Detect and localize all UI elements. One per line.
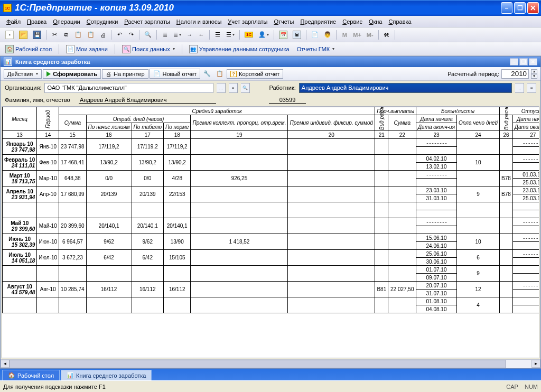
menu-item[interactable]: Налоги и взносы	[173, 17, 225, 26]
console-icon[interactable]: 🛠	[381, 30, 392, 40]
menu-item[interactable]: Сотрудники	[83, 17, 122, 26]
report-tool1-icon[interactable]: 🔧	[201, 69, 213, 79]
menu-item[interactable]: Справка	[386, 17, 415, 26]
form-button[interactable]: Сформировать	[43, 69, 101, 79]
report-grid[interactable]: МесяцПериодСредний заработокПроч.выплаты…	[2, 106, 539, 358]
inner-close-button[interactable]: ✕	[529, 58, 537, 66]
app-icon: 1C	[3, 4, 12, 12]
calendar-icon[interactable]: 📅	[277, 30, 290, 40]
open-icon[interactable]: 📂	[17, 30, 30, 40]
reports-link[interactable]: Отчеты ГМК	[295, 45, 337, 53]
scroll-thumb[interactable]	[10, 360, 506, 368]
org-label: Организация:	[5, 85, 41, 91]
menu-item[interactable]: Сервис	[339, 17, 366, 26]
paste-icon[interactable]: 📋	[72, 30, 84, 40]
actions-button[interactable]: Действия	[4, 69, 42, 79]
report-tool2-icon[interactable]: 📋	[214, 69, 226, 79]
fio-value: Андреев Андрей Владимирович	[79, 97, 216, 104]
menu-item[interactable]: Расчет зарплаты	[121, 17, 173, 26]
copy-icon[interactable]: ⧉	[61, 30, 71, 40]
menu-item[interactable]: Окна	[366, 17, 386, 26]
menu-item[interactable]: Отчеты	[270, 17, 297, 26]
minimize-button[interactable]: –	[501, 2, 512, 14]
tab-report[interactable]: 📊Книга среднего заработка	[61, 370, 152, 380]
cut-icon[interactable]: ✂	[49, 30, 60, 40]
print-icon[interactable]: 🖨	[98, 30, 108, 40]
paste-ext-icon[interactable]: 📋	[85, 30, 97, 40]
inner-restore-button[interactable]: ❐	[519, 58, 528, 66]
search-link[interactable]: 🔍Поиск данных	[120, 44, 177, 54]
tab-desktop[interactable]: 🏠Рабочий стол	[2, 370, 60, 380]
1c-icon[interactable]: 1C	[242, 30, 255, 40]
org-clear-button[interactable]: ×	[229, 83, 238, 93]
redo-icon[interactable]: ↷	[126, 30, 136, 40]
org-open-button[interactable]: 🔍	[241, 83, 250, 93]
save-icon[interactable]: 💾	[31, 30, 43, 40]
menu-item[interactable]: Предприятие	[297, 17, 339, 26]
desktop-link[interactable]: 🏠Рабочий стол	[3, 44, 54, 54]
mplus-token[interactable]: M+	[351, 30, 363, 40]
m-token[interactable]: M	[339, 30, 350, 40]
prop-drop-icon[interactable]: ☰	[224, 30, 237, 40]
list-icon[interactable]: ≣	[160, 30, 170, 40]
mminus-token[interactable]: M-	[365, 30, 376, 40]
statusbar: Для получения подсказки нажмите F1 CAP N…	[0, 380, 541, 392]
find-icon[interactable]: 🔍	[142, 30, 154, 40]
user-icon[interactable]: 👤	[256, 30, 271, 40]
period-up-button[interactable]: ▲	[531, 69, 537, 74]
main-menu: ФайлПравкаОперацииСотрудникиРасчет зарпл…	[0, 16, 541, 27]
close-button[interactable]: ✕	[527, 2, 539, 14]
inner-min-button[interactable]: –	[510, 58, 518, 66]
undo-icon[interactable]: ↶	[114, 30, 125, 40]
filter-row: Организация: … × 🔍 Работник: Андреев Анд…	[1, 81, 540, 95]
worker-pick-button[interactable]: …	[515, 83, 524, 93]
worker-clear-button[interactable]: ×	[527, 83, 536, 93]
nav-toolbar: 🏠Рабочий стол 📄Мои задачи 🔍Поиск данных …	[0, 42, 541, 56]
back-icon[interactable]: ←	[196, 30, 207, 40]
period-label: Расчетный период:	[447, 71, 499, 77]
play-icon	[46, 71, 51, 77]
maximize-button[interactable]: ☐	[514, 2, 526, 14]
horizontal-scrollbar[interactable]: ◄ ►	[1, 359, 540, 368]
scroll-left-button[interactable]: ◄	[1, 360, 10, 368]
report-toolbar: Действия Сформировать 🖨На принтер 📄Новый…	[1, 67, 540, 81]
new-doc-icon[interactable]: ▫	[3, 30, 16, 40]
sheet-icon[interactable]: 📄	[309, 30, 321, 40]
menu-item[interactable]: Файл	[3, 17, 24, 26]
report-window: 📊 Книга среднего заработка – ❐ ✕ Действи…	[0, 56, 541, 369]
menu-item[interactable]: Операции	[50, 17, 83, 26]
tasks-link[interactable]: 📄Мои задачи	[64, 44, 110, 54]
mgmt-link[interactable]: 👥Управление данными сотрудника	[187, 44, 292, 54]
status-hint: Для получения подсказки нажмите F1	[3, 384, 106, 390]
taskbar-tabs: 🏠Рабочий стол 📊Книга среднего заработка	[0, 369, 541, 380]
scroll-right-button[interactable]: ►	[531, 360, 540, 368]
menu-item[interactable]: Учет зарплаты	[225, 17, 270, 26]
worker-input[interactable]: Андреев Андрей Владимирович	[299, 83, 512, 93]
report-title: Книга среднего заработка	[15, 59, 90, 65]
period-input[interactable]	[501, 69, 529, 79]
menu-item[interactable]: Правка	[24, 17, 50, 26]
status-num: NUM	[525, 384, 538, 390]
goto-icon[interactable]: →	[184, 30, 195, 40]
main-toolbar: ▫ 📂 💾 ✂ ⧉ 📋 📋 🖨 ↶ ↷ 🔍 ≣ ≣ → ← ☰ ☰ 1C 👤 📅…	[0, 27, 541, 42]
list-drop-icon[interactable]: ≣	[171, 30, 183, 40]
fio-label: Фамилия, имя, отчество	[5, 97, 79, 103]
report-header-line: Фамилия, имя, отчество Андреев Андрей Вл…	[1, 95, 540, 105]
person-icon[interactable]: 👨	[322, 30, 333, 40]
print-button[interactable]: 🖨На принтер	[102, 69, 148, 79]
report-titlebar: 📊 Книга среднего заработка – ❐ ✕	[1, 57, 540, 67]
status-cap: CAP	[506, 384, 518, 390]
window-titlebar: 1C 1С:Предприятие - копия 13.09.2010 – ☐…	[0, 0, 541, 16]
employee-code: 03599	[269, 97, 306, 104]
new-report-button[interactable]: 📄Новый отчет	[150, 69, 200, 79]
org-input[interactable]	[44, 83, 213, 93]
period-down-button[interactable]: ▼	[531, 74, 537, 79]
org-pick-button[interactable]: …	[217, 83, 226, 93]
short-report-button[interactable]: ?Короткий отчет	[227, 69, 283, 79]
worker-label: Работник:	[269, 85, 295, 91]
calc-icon[interactable]: 🖩	[291, 30, 303, 40]
report-icon: 📊	[4, 58, 12, 66]
window-title: 1С:Предприятие - копия 13.09.2010	[15, 3, 499, 13]
prop-icon[interactable]: ☰	[212, 30, 223, 40]
